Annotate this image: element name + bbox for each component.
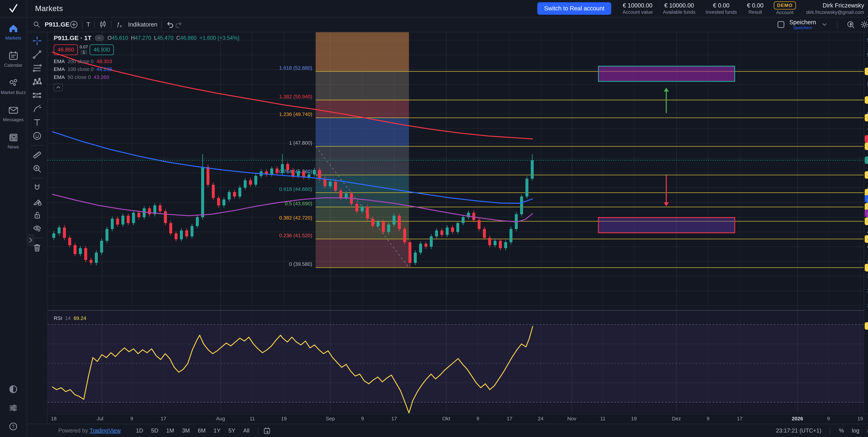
range-button-all[interactable]: All [239, 428, 253, 434]
indicator-row[interactable]: EMA200 close 048.303 [54, 59, 239, 64]
candle [339, 191, 342, 198]
candle [127, 215, 130, 223]
axis-tick: 60.00 [864, 341, 868, 347]
envelope-icon [8, 105, 19, 116]
chevron-down-icon[interactable] [821, 21, 828, 28]
svg-text:0.236 (41.520): 0.236 (41.520) [279, 233, 312, 238]
axis-tick: 52.000 [864, 81, 868, 87]
price-label-chip: 42.720 [865, 217, 868, 225]
quote-panel: 46.860 0.07 1 46.930 [54, 44, 239, 55]
measure-ruler-tool-icon[interactable] [32, 150, 42, 160]
range-button-1y[interactable]: 1Y [210, 428, 224, 434]
candle [212, 185, 215, 198]
magnet-tool-icon[interactable] [32, 183, 42, 193]
sidebar-item-market-buzz[interactable]: Market Buzz [0, 78, 26, 95]
candle [462, 217, 465, 223]
alert-icon[interactable] [847, 20, 855, 29]
time-tick: 19 [631, 416, 637, 422]
chart-checkbox[interactable] [778, 21, 784, 28]
candle [190, 226, 193, 236]
settings-sliders-icon[interactable] [8, 403, 19, 413]
switch-to-real-account-button[interactable]: Switch to Real account [537, 2, 611, 15]
brush-tool-icon[interactable] [32, 104, 42, 113]
sidebar-item-markets[interactable]: Markets [0, 23, 26, 41]
projection-tool-icon[interactable] [32, 90, 42, 100]
sell-button[interactable]: 46.860 [54, 44, 78, 55]
svg-text:0.382 (42.720): 0.382 (42.720) [279, 215, 312, 221]
fib-retracement-tool-icon[interactable] [32, 63, 42, 73]
clock-label[interactable]: 23:17:21 (UTC+1) [772, 428, 825, 434]
symbol-search[interactable]: P911.GE [33, 21, 70, 29]
compare-plus-icon[interactable] [70, 20, 78, 29]
candle [249, 180, 252, 185]
candle [477, 220, 480, 229]
legend-collapse-pill[interactable]: – [95, 35, 104, 41]
time-tick: 17 [391, 416, 397, 422]
crosshair-tool-icon[interactable] [32, 36, 42, 45]
range-button-5y[interactable]: 5Y [224, 428, 239, 434]
zoom-in-tool-icon[interactable] [32, 164, 42, 173]
lock-all-icon[interactable] [32, 210, 42, 220]
demo-badge: DEMO [774, 1, 796, 9]
candle [196, 217, 199, 226]
percent-scale-button[interactable]: % [835, 428, 848, 434]
redo-icon[interactable] [174, 20, 183, 29]
help-icon[interactable]: ? [8, 422, 19, 432]
candle [116, 219, 119, 225]
hide-drawings-eye-icon[interactable] [32, 224, 42, 233]
range-button-1m[interactable]: 1M [162, 428, 178, 434]
demo-account-badge: DEMO Account [774, 1, 796, 15]
svg-text:1.382 (50.940): 1.382 (50.940) [279, 94, 312, 99]
chevron-right-icon [29, 238, 33, 243]
candle [313, 170, 316, 174]
candle-style-icon[interactable] [99, 20, 107, 29]
axis-tick: 30.00 [864, 399, 868, 405]
candle [281, 164, 284, 173]
price-axis[interactable]: 55.00054.00053.00052.00051.00050.00049.0… [864, 32, 868, 413]
sidebar-bottom-tools: ? [8, 384, 19, 437]
trend-line-tool-icon[interactable] [32, 50, 42, 59]
emoji-tool-icon[interactable] [32, 131, 42, 141]
drawbar-collapse-handle[interactable] [28, 234, 34, 246]
candle [297, 171, 300, 176]
sidebar-item-calendar[interactable]: Calendar [0, 51, 26, 68]
candle [440, 231, 443, 235]
upper-target-box [598, 66, 735, 81]
range-button-6m[interactable]: 6M [194, 428, 210, 434]
drawing-mode-lock-icon[interactable] [32, 197, 42, 206]
chart-legend: P911.GE · 1T – O45.610 H47.270 L45.470 C… [54, 35, 239, 91]
auto-scale-button[interactable]: auto [863, 428, 868, 434]
candle [228, 192, 231, 199]
text-tool-icon[interactable] [32, 117, 42, 127]
pattern-tool-icon[interactable] [32, 77, 42, 87]
candle [164, 211, 167, 223]
save-button[interactable]: Speichern Speichern [789, 19, 816, 30]
range-button-5d[interactable]: 5D [147, 428, 162, 434]
indicator-row[interactable]: EMA50 close 043.260 [54, 74, 239, 80]
quantity-value[interactable]: 1 [81, 50, 87, 55]
search-icon [33, 21, 41, 29]
tradingview-link[interactable]: TradingView [90, 428, 121, 434]
interval-button[interactable]: T [87, 21, 90, 28]
user-info[interactable]: Dirk Friczewsky dirk.friczewsky@gmail.co… [806, 2, 864, 15]
legend-collapse-button[interactable] [54, 83, 63, 91]
rsi-legend[interactable]: RSI 14 69.24 [54, 315, 86, 321]
range-button-1d[interactable]: 1D [132, 428, 147, 434]
indicators-button[interactable]: ƒx Indikatoren [116, 20, 157, 29]
app-logo[interactable] [0, 0, 27, 17]
indicator-row[interactable]: EMA100 close 044.238 [54, 66, 239, 72]
theme-contrast-icon[interactable] [8, 384, 19, 394]
range-button-3m[interactable]: 3M [178, 428, 194, 434]
time-axis[interactable]: 18Jul917Aug1119Sep917Okt91724Nov1119Dez9… [48, 413, 868, 424]
gear-icon[interactable] [860, 20, 868, 29]
sidebar-item-news[interactable]: News [0, 132, 26, 150]
undo-icon[interactable] [166, 20, 175, 29]
sidebar-item-messages[interactable]: Messages [0, 105, 26, 123]
buy-button[interactable]: 46.930 [90, 44, 114, 55]
time-tick: 9 [476, 416, 479, 422]
candle [376, 222, 379, 226]
legend-symbol-interval[interactable]: P911.GE · 1T [54, 35, 91, 42]
go-to-date-icon[interactable] [263, 427, 271, 435]
log-scale-button[interactable]: log [848, 428, 863, 434]
price-label-chip: 50.940 [865, 96, 868, 104]
